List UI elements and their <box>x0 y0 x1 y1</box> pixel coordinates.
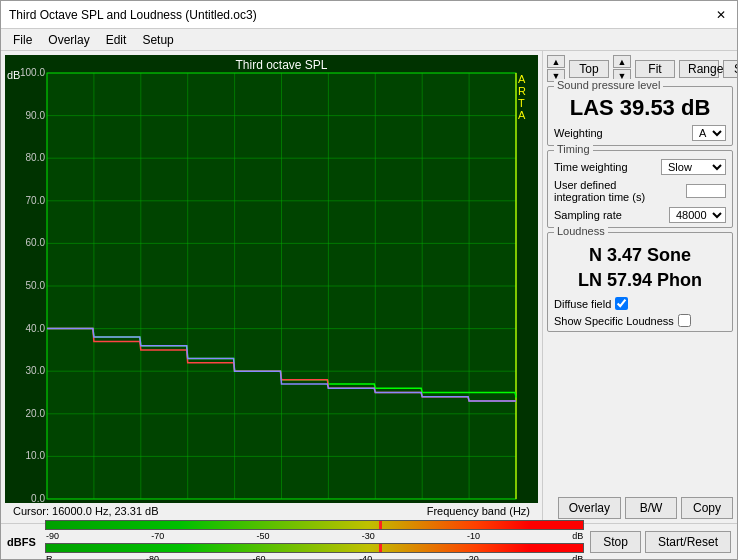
close-button[interactable]: ✕ <box>713 7 729 23</box>
weighting-label: Weighting <box>554 127 603 139</box>
x-axis-label: Frequency band (Hz) <box>427 505 530 517</box>
range-button[interactable]: Range <box>679 60 719 78</box>
diffuse-field-checkbox[interactable] <box>615 297 628 310</box>
right-panel: ▲ ▼ Top ▲ ▼ Fit Range Set Sound pressure… <box>542 51 737 523</box>
loudness-section: Loudness N 3.47 Sone LN 57.94 Phon Diffu… <box>547 232 733 332</box>
top-up-arrow[interactable]: ▲ <box>547 55 565 68</box>
show-specific-row: Show Specific Loudness <box>554 314 726 327</box>
show-specific-label: Show Specific Loudness <box>554 315 674 327</box>
start-reset-button[interactable]: Start/Reset <box>645 531 731 553</box>
content-area: Cursor: 16000.0 Hz, 23.31 dB Frequency b… <box>1 51 737 523</box>
meter-top-row <box>45 519 584 530</box>
fit-up-arrow[interactable]: ▲ <box>613 55 631 68</box>
sampling-rate-select[interactable]: 441004800096000 <box>669 207 726 223</box>
main-window: Third Octave SPL and Loudness (Untitled.… <box>0 0 738 560</box>
overlay-button[interactable]: Overlay <box>558 497 621 519</box>
fit-arrows: ▲ ▼ <box>613 55 631 82</box>
spl-section-title: Sound pressure level <box>554 79 663 91</box>
bottom-action-buttons: Stop Start/Reset <box>590 531 731 553</box>
menu-setup[interactable]: Setup <box>138 33 177 47</box>
stop-button[interactable]: Stop <box>590 531 641 553</box>
weighting-select[interactable]: ABCZ <box>692 125 726 141</box>
fit-button[interactable]: Fit <box>635 60 675 78</box>
top-button[interactable]: Top <box>569 60 609 78</box>
user-defined-row: User defined integration time (s) 10 <box>554 179 726 203</box>
cursor-text: Cursor: 16000.0 Hz, 23.31 dB <box>13 505 159 517</box>
time-weighting-row: Time weighting SlowFastImpulse <box>554 159 726 175</box>
window-title: Third Octave SPL and Loudness (Untitled.… <box>9 8 257 22</box>
title-bar: Third Octave SPL and Loudness (Untitled.… <box>1 1 737 29</box>
top-arrows: ▲ ▼ <box>547 55 565 82</box>
loudness-section-title: Loudness <box>554 225 608 237</box>
loudness-line1: N 3.47 Sone <box>554 243 726 268</box>
menu-overlay[interactable]: Overlay <box>44 33 93 47</box>
diffuse-field-label: Diffuse field <box>554 298 611 310</box>
meter-bottom-row <box>45 542 584 553</box>
menu-bar: File Overlay Edit Setup <box>1 29 737 51</box>
chart-footer: Cursor: 16000.0 Hz, 23.31 dB Frequency b… <box>5 503 538 519</box>
sampling-rate-row: Sampling rate 441004800096000 <box>554 207 726 223</box>
show-specific-checkbox[interactable] <box>678 314 691 327</box>
meter-track-bottom <box>45 543 584 553</box>
spl-section: Sound pressure level LAS 39.53 dB Weight… <box>547 86 733 146</box>
loudness-value: N 3.47 Sone LN 57.94 Phon <box>554 243 726 293</box>
chart-container <box>5 55 538 503</box>
set-button[interactable]: Set <box>723 60 737 78</box>
copy-button[interactable]: Copy <box>681 497 733 519</box>
user-defined-label: User defined integration time (s) <box>554 179 645 203</box>
meter-labels-bottom: R-80-60-40-20dB <box>45 554 584 560</box>
top-controls: ▲ ▼ Top ▲ ▼ Fit Range Set <box>547 55 733 82</box>
timing-section: Timing Time weighting SlowFastImpulse Us… <box>547 150 733 228</box>
spl-value: LAS 39.53 dB <box>554 95 726 121</box>
integration-time-input[interactable]: 10 <box>686 184 726 198</box>
meter-track-top <box>45 520 584 530</box>
menu-file[interactable]: File <box>9 33 36 47</box>
bottom-row: dBFS -90-70-50-30-10dB R-80-60-40-20dB S… <box>1 523 737 559</box>
chart-canvas <box>5 55 538 503</box>
dbfs-label: dBFS <box>7 536 35 548</box>
chart-area: Cursor: 16000.0 Hz, 23.31 dB Frequency b… <box>1 51 542 523</box>
diffuse-field-row: Diffuse field <box>554 297 726 310</box>
time-weighting-label: Time weighting <box>554 161 628 173</box>
sampling-rate-label: Sampling rate <box>554 209 622 221</box>
spl-meter: -90-70-50-30-10dB R-80-60-40-20dB <box>45 519 584 560</box>
timing-section-title: Timing <box>554 143 593 155</box>
bw-button[interactable]: B/W <box>625 497 677 519</box>
meter-labels-top: -90-70-50-30-10dB <box>45 531 584 541</box>
time-weighting-select[interactable]: SlowFastImpulse <box>661 159 726 175</box>
weighting-row: Weighting ABCZ <box>554 125 726 141</box>
menu-edit[interactable]: Edit <box>102 33 131 47</box>
loudness-line2: LN 57.94 Phon <box>554 268 726 293</box>
right-bottom-buttons: Overlay B/W Copy <box>547 493 733 519</box>
